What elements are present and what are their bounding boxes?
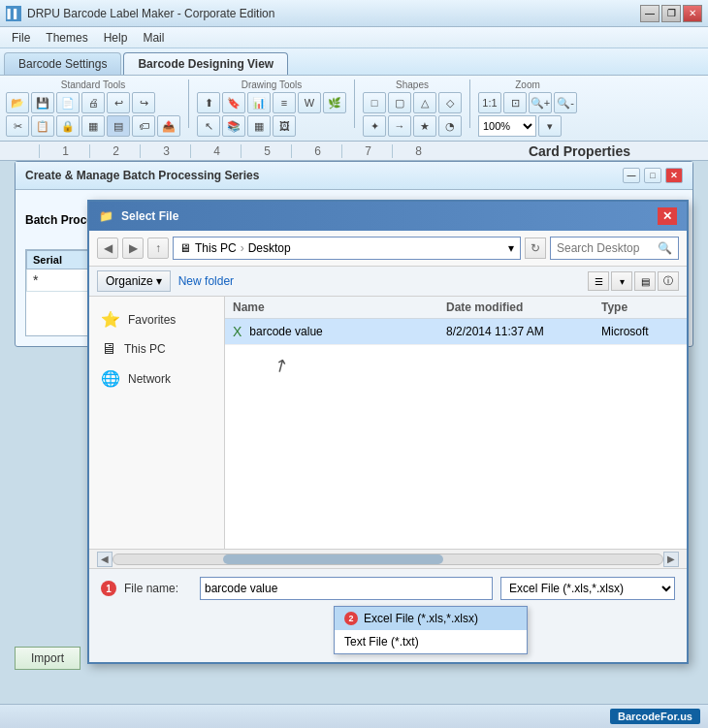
search-input[interactable] xyxy=(557,241,654,255)
zoom-select[interactable]: 100% 50% 150% 200% xyxy=(478,115,536,137)
draw-btn-4[interactable]: ≡ xyxy=(273,92,296,113)
redo-btn[interactable]: ↪ xyxy=(132,92,155,113)
cut-btn[interactable]: ✂ xyxy=(6,115,29,137)
star5-btn[interactable]: ★ xyxy=(413,115,436,137)
draw-btn-2[interactable]: 🔖 xyxy=(222,92,245,113)
view-dropdown-btn[interactable]: ▾ xyxy=(611,271,632,291)
organize-button[interactable]: Organize ▾ xyxy=(97,270,171,292)
path-dropdown-icon[interactable]: ▾ xyxy=(508,241,514,255)
menu-mail[interactable]: Mail xyxy=(135,29,172,47)
grid-btn[interactable]: ▦ xyxy=(81,115,105,137)
file-type-select[interactable]: Excel File (*.xls,*.xlsx) Text File (*.t… xyxy=(500,577,675,600)
save-btn[interactable]: 💾 xyxy=(31,92,54,113)
standard-tools-label: Standard Tools xyxy=(61,79,126,90)
path-computer: This PC xyxy=(195,241,237,255)
view-controls: ☰ ▾ ▤ ⓘ xyxy=(588,271,679,291)
draw-btn-6[interactable]: 🌿 xyxy=(323,92,346,113)
maximize-button[interactable]: ❐ xyxy=(661,5,681,22)
nav-network[interactable]: 🌐 Network xyxy=(89,364,224,394)
export-btn[interactable]: 📤 xyxy=(157,115,180,137)
nav-this-pc[interactable]: 🖥 This PC xyxy=(89,334,224,364)
copy-btn[interactable]: 📋 xyxy=(31,115,54,137)
menu-file[interactable]: File xyxy=(4,29,38,47)
draw-btn-10[interactable]: 🖼 xyxy=(273,115,296,137)
batch-dialog-minimize[interactable]: — xyxy=(623,168,640,183)
round-rect-btn[interactable]: ▢ xyxy=(388,92,411,113)
rect-btn[interactable]: □ xyxy=(363,92,386,113)
batch-dialog-close[interactable]: ✕ xyxy=(665,168,683,183)
search-icon: 🔍 xyxy=(658,241,672,255)
list-view-btn[interactable]: ☰ xyxy=(588,271,609,291)
col-date-header[interactable]: Date modified xyxy=(446,301,601,314)
arrow-btn[interactable]: → xyxy=(388,115,411,137)
dropdown-excel-label: Excel File (*.xls,*.xlsx) xyxy=(364,612,478,625)
detail-view-btn[interactable]: ▤ xyxy=(634,271,656,291)
up-button[interactable]: ↑ xyxy=(147,237,169,259)
toolbar-separator-1 xyxy=(188,79,189,128)
horizontal-scrollbar[interactable]: ◀ ▶ xyxy=(89,549,687,568)
dropdown-item-excel[interactable]: 2 Excel File (*.xls,*.xlsx) xyxy=(335,607,527,630)
forward-button[interactable]: ▶ xyxy=(122,237,144,259)
col-type-header[interactable]: Type xyxy=(601,301,679,314)
address-bar: ◀ ▶ ↑ 🖥 This PC › Desktop ▾ ↻ 🔍 xyxy=(89,231,687,267)
status-bar: BarcodeFor.us xyxy=(0,704,708,728)
path-separator-1: › xyxy=(241,241,244,255)
menu-themes[interactable]: Themes xyxy=(38,29,95,47)
zoom-ratio-btn[interactable]: 1:1 xyxy=(478,92,501,113)
file-modal-close-button[interactable]: ✕ xyxy=(658,207,677,225)
undo-btn[interactable]: ↩ xyxy=(107,92,130,113)
back-button[interactable]: ◀ xyxy=(97,237,118,259)
import-button[interactable]: Import xyxy=(15,647,80,670)
ruler-mark-8: 8 xyxy=(392,144,442,158)
ruler-numbers: 1 2 3 4 5 6 7 8 xyxy=(39,144,442,158)
scroll-left-btn[interactable]: ◀ xyxy=(97,552,113,567)
batch-dialog-maximize[interactable]: □ xyxy=(644,168,661,183)
brand-label: BarcodeFor.us xyxy=(610,709,700,724)
tab-barcode-settings[interactable]: Barcode Settings xyxy=(4,52,121,75)
file-nav-pane: ⭐ Favorites 🖥 This PC 🌐 Network xyxy=(89,297,225,549)
new-folder-button[interactable]: New folder xyxy=(178,274,234,288)
file-name-field[interactable] xyxy=(200,577,493,600)
zoom-fit-btn[interactable]: ⊡ xyxy=(503,92,527,113)
dropdown-item-text[interactable]: Text File (*.txt) xyxy=(335,630,527,653)
col-name-header[interactable]: Name xyxy=(233,301,446,314)
address-path[interactable]: 🖥 This PC › Desktop ▾ xyxy=(173,237,521,260)
scroll-right-btn[interactable]: ▶ xyxy=(663,552,679,567)
new-btn[interactable]: 📄 xyxy=(56,92,80,113)
zoom-dropdown-btn[interactable]: ▾ xyxy=(538,115,562,137)
diamond-btn[interactable]: ◇ xyxy=(438,92,462,113)
triangle-btn[interactable]: △ xyxy=(413,92,436,113)
open-btn[interactable]: 📂 xyxy=(6,92,29,113)
menu-help[interactable]: Help xyxy=(96,29,136,47)
nav-favorites[interactable]: ⭐ Favorites xyxy=(89,304,224,334)
info-btn[interactable]: ⓘ xyxy=(658,271,679,291)
active-tool-btn[interactable]: ▤ xyxy=(107,115,130,137)
print-btn[interactable]: 🖨 xyxy=(81,92,105,113)
this-pc-label: This PC xyxy=(124,342,166,356)
draw-btn-1[interactable]: ⬆ xyxy=(197,92,220,113)
file-modal-title: Select File xyxy=(121,209,178,223)
lock-btn[interactable]: 🔒 xyxy=(56,115,80,137)
scroll-track[interactable] xyxy=(113,554,663,565)
draw-btn-7[interactable]: ↖ xyxy=(197,115,220,137)
file-name: barcode value xyxy=(249,325,322,338)
draw-btn-9[interactable]: ▦ xyxy=(247,115,271,137)
refresh-button[interactable]: ↻ xyxy=(525,237,546,259)
network-label: Network xyxy=(128,372,171,386)
draw-btn-8[interactable]: 📚 xyxy=(222,115,245,137)
arrow-annotation: ↗ xyxy=(270,353,293,379)
zoom-out-btn[interactable]: 🔍- xyxy=(554,92,577,113)
arc-btn[interactable]: ◔ xyxy=(438,115,462,137)
draw-btn-5[interactable]: W xyxy=(298,92,321,113)
folder-icon: 📁 xyxy=(99,209,113,223)
zoom-in-btn[interactable]: 🔍+ xyxy=(529,92,552,113)
star-btn[interactable]: ✦ xyxy=(363,115,386,137)
file-row[interactable]: X barcode value 8/2/2014 11:37 AM Micros… xyxy=(225,319,687,345)
label-btn[interactable]: 🏷 xyxy=(132,115,155,137)
ruler-mark-5: 5 xyxy=(241,144,291,158)
minimize-button[interactable]: — xyxy=(640,5,660,22)
tab-barcode-designing-view[interactable]: Barcode Designing View xyxy=(123,52,288,75)
organize-label: Organize xyxy=(106,274,153,288)
close-button[interactable]: ✕ xyxy=(683,5,702,22)
draw-btn-3[interactable]: 📊 xyxy=(247,92,271,113)
